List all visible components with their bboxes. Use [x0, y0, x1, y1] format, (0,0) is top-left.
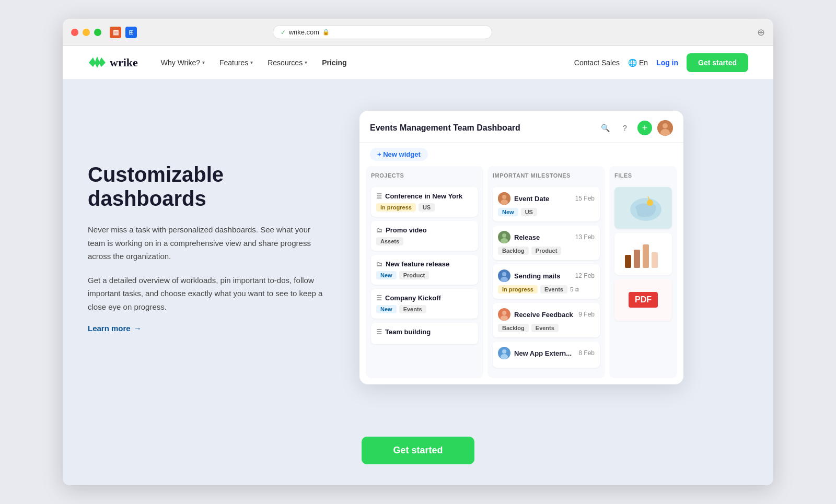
milestone-item[interactable]: New App Extern... 8 Feb [493, 342, 600, 368]
milestone-left: Receive Feedback [498, 308, 573, 321]
hero-section: Customizable dashboards Never miss a tas… [63, 79, 773, 416]
close-button[interactable] [71, 29, 78, 36]
pdf-label: PDF [629, 292, 658, 308]
project-item[interactable]: ☰ Team building [371, 323, 478, 344]
file-image-chart [614, 233, 672, 275]
browser-chrome: ▤ ⊞ ✓ wrike.com 🔒 ⊕ [63, 19, 773, 46]
bar-chart [622, 239, 664, 271]
file-thumbnail-chart[interactable] [614, 233, 672, 275]
hero-desc-2: Get a detailed overview of workloads, pi… [88, 274, 328, 314]
tag-inprogress: In progress [376, 203, 416, 212]
milestone-item[interactable]: Event Date 15 Feb New US [493, 187, 600, 221]
svg-point-10 [502, 272, 506, 276]
project-name: ☰ Conference in New York [376, 192, 473, 200]
tag-backlog: Backlog [498, 247, 529, 255]
milestone-avatar [498, 308, 510, 321]
milestone-item[interactable]: Sending mails 12 Feb In progress Events … [493, 264, 600, 299]
project-item[interactable]: 🗂 Promo video Assets [371, 221, 478, 251]
dashboard-columns: Projects ☰ Conference in New York In pro… [359, 166, 683, 384]
milestone-left: Release [498, 231, 540, 243]
login-link[interactable]: Log in [656, 58, 678, 67]
avatar-image [657, 120, 673, 136]
milestone-tags: In progress Events 5 ⧉ [498, 285, 595, 294]
nav-links: Why Wrike? ▾ Features ▾ Resources ▾ Pric… [155, 54, 574, 71]
learn-more-link[interactable]: Learn more → [88, 324, 328, 333]
address-bar[interactable]: ✓ wrike.com 🔒 [273, 25, 492, 39]
file-image-map [614, 187, 672, 229]
project-item[interactable]: ☰ Conference in New York In progress US [371, 187, 478, 217]
dashboard-header-icons: 🔍 ? + [598, 120, 673, 136]
project-item[interactable]: ☰ Company Kickoff New Events [371, 289, 478, 319]
tag-inprogress: In progress [498, 285, 538, 294]
project-tags: In progress US [376, 203, 473, 212]
new-widget-button[interactable]: + New widget [370, 148, 428, 161]
milestone-tags: New US [498, 208, 595, 216]
svg-point-11 [501, 277, 508, 282]
file-thumbnail-pdf[interactable]: PDF [614, 279, 672, 321]
logo[interactable]: wrike [88, 55, 138, 70]
traffic-lights [71, 29, 101, 36]
cta-section: Get started [63, 416, 773, 485]
file-pdf-preview: PDF [614, 279, 672, 321]
files-column-title: Files [614, 172, 672, 182]
help-icon[interactable]: ? [618, 121, 632, 135]
svg-point-4 [502, 195, 506, 199]
add-icon[interactable]: + [637, 121, 652, 135]
dashboard-container: Events Management Team Dashboard 🔍 ? + [359, 111, 683, 384]
project-icon: 🗂 [376, 261, 382, 268]
hero-desc-1: Never miss a task with personalized dash… [88, 223, 328, 263]
hero-title: Customizable dashboards [88, 162, 328, 210]
svg-point-7 [502, 233, 506, 238]
nav-why-wrike[interactable]: Why Wrike? ▾ [155, 54, 211, 71]
milestone-header: Sending mails 12 Feb [498, 269, 595, 282]
milestones-column: Important Milestones Event Date 15 Feb [487, 166, 605, 378]
svg-point-8 [501, 238, 508, 243]
files-column: Files [609, 166, 677, 378]
chevron-down-icon: ▾ [202, 60, 205, 65]
dashboard-header: Events Management Team Dashboard 🔍 ? + [359, 111, 683, 143]
project-name: 🗂 Promo video [376, 226, 473, 234]
project-item[interactable]: 🗂 New feature release New Product [371, 255, 478, 285]
contact-sales-link[interactable]: Contact Sales [574, 58, 620, 67]
dashboard-title: Events Management Team Dashboard [370, 123, 520, 133]
milestone-left: New App Extern... [498, 347, 572, 359]
arrow-right-icon: → [134, 324, 142, 333]
chevron-down-icon: ▾ [305, 60, 307, 65]
hero-text: Customizable dashboards Never miss a tas… [88, 162, 328, 333]
milestone-header: Receive Feedback 9 Feb [498, 308, 595, 321]
milestone-item[interactable]: Release 13 Feb Backlog Product [493, 226, 600, 260]
milestone-avatar [498, 269, 510, 282]
file-thumbnail[interactable] [614, 187, 672, 229]
get-started-cta-button[interactable]: Get started [362, 437, 474, 464]
milestones-column-title: Important Milestones [493, 172, 600, 182]
milestone-avatar [498, 231, 510, 243]
svg-point-5 [501, 200, 508, 205]
svg-rect-21 [634, 250, 640, 268]
minimize-button[interactable] [83, 29, 90, 36]
nav-features[interactable]: Features ▾ [213, 54, 259, 71]
search-icon[interactable]: 🔍 [598, 121, 612, 135]
user-avatar[interactable] [657, 120, 673, 136]
get-started-nav-button[interactable]: Get started [687, 53, 748, 72]
milestone-left: Event Date [498, 192, 549, 205]
svg-point-14 [501, 315, 508, 321]
milestone-item[interactable]: Receive Feedback 9 Feb Backlog Events [493, 303, 600, 337]
svg-point-17 [501, 354, 508, 359]
milestone-tags: Backlog Events [498, 324, 595, 332]
svg-rect-22 [643, 244, 649, 268]
project-icon: ☰ [376, 193, 382, 200]
map-thumbnail [620, 191, 667, 225]
maximize-button[interactable] [94, 29, 101, 36]
svg-rect-23 [652, 252, 658, 268]
svg-point-1 [663, 123, 668, 128]
nav-resources[interactable]: Resources ▾ [261, 54, 314, 71]
language-selector[interactable]: 🌐 En [628, 58, 648, 67]
milestone-header: Event Date 15 Feb [498, 192, 595, 205]
project-icon: 🗂 [376, 227, 382, 234]
dashboard-widget: Events Management Team Dashboard 🔍 ? + [359, 111, 683, 384]
add-tab-icon[interactable]: ⊕ [757, 27, 765, 38]
tag-product: Product [531, 247, 562, 255]
milestone-left: Sending mails [498, 269, 560, 282]
url-text: wrike.com [289, 28, 320, 36]
nav-pricing[interactable]: Pricing [316, 54, 353, 71]
